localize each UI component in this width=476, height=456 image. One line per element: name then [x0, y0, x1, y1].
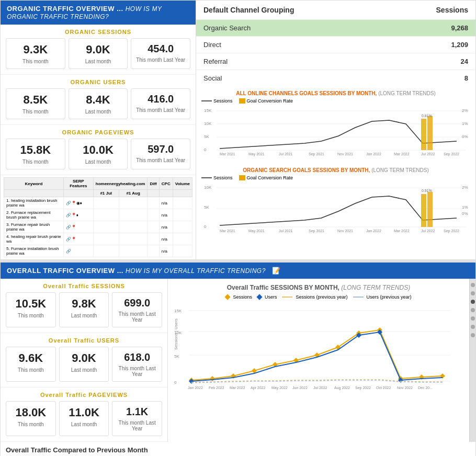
kw-header-jul: #1 Jul [93, 190, 119, 197]
scroll-dot-6 [471, 325, 475, 329]
svg-text:Jul 2022: Jul 2022 [421, 229, 435, 233]
overall-pageviews-title: Overall Traffic PAGEVIEWS [6, 392, 162, 398]
channel-social-value: 8 [464, 74, 468, 82]
chart2-svg: 10K 5K 0 Mar 2021 May 2021 Jul 2021 Sep … [201, 183, 470, 236]
channel-social-name: Social [203, 74, 222, 82]
kw-header-diff: Diff [148, 178, 159, 190]
organic-sessions-title: ORGANIC SESSIONS [6, 29, 190, 35]
scroll-dot-4 [471, 308, 475, 312]
gcr-bar2-icon [239, 175, 245, 180]
overall-pageviews-last-year: 1.1K This month Last Year [112, 401, 162, 436]
overall-pageviews-last-month: 11.0K Last month [59, 401, 109, 436]
overall-header: OVERALL TRAFFIC OVERVIEW ... HOW IS MY O… [1, 263, 475, 279]
chart1-svg: 15K 10K 5K 0 Mar 2021 May 202 [201, 106, 470, 159]
organic-users-section: ORGANIC USERS 8.5K This month 8.4K Last … [1, 75, 196, 125]
scroll-dot-1 [471, 283, 475, 287]
table-row: 4. heating repair brush prairie wa 🔗📍 n/… [4, 233, 192, 245]
svg-text:Aug 2022: Aug 2022 [334, 386, 350, 390]
overall-sessions-last-year: 699.0 This month Last Year [112, 292, 162, 327]
svg-text:Jul 2021: Jul 2021 [279, 229, 293, 233]
svg-rect-9 [427, 116, 433, 150]
channel-referral-value: 24 [461, 58, 468, 65]
scroll-dot-2 [471, 291, 475, 295]
svg-text:Jan 2022: Jan 2022 [188, 386, 203, 390]
organic-pageviews-last-month: 10.0K Last month [69, 139, 128, 169]
legend2-gcr: Goal Conversion Rate [239, 175, 293, 180]
svg-text:Sep 2022: Sep 2022 [355, 386, 371, 390]
overall-users-last-month: 9.0K Last month [59, 347, 109, 382]
svg-text:2%: 2% [462, 185, 468, 190]
chart2-legend: Sessions Goal Conversion Rate [201, 175, 470, 180]
svg-text:Jul 2022: Jul 2022 [313, 386, 327, 390]
keyword-table: Keyword SERP Features homeenergyheating.… [4, 177, 192, 257]
svg-text:May 2022: May 2022 [271, 386, 288, 390]
kw-header-aug: #1 Aug [119, 190, 148, 197]
svg-text:0%: 0% [462, 134, 468, 139]
channel-direct-name: Direct [203, 41, 221, 49]
svg-text:Jan 2022: Jan 2022 [366, 152, 381, 156]
svg-text:5K: 5K [174, 354, 179, 359]
overall-left: Overall Traffic SESSIONS 10.5K This mont… [1, 279, 168, 442]
channel-grouping-title: Default Channel Grouping [203, 6, 294, 14]
svg-text:Jun 2022: Jun 2022 [292, 386, 308, 390]
channel-organic-name: Organic Search [203, 24, 251, 32]
kw-header-site: homeenergyheating.com [93, 178, 148, 190]
legend-sessions-overall: Sessions [225, 294, 252, 300]
svg-text:1%: 1% [462, 205, 468, 210]
comparison-table-wrap: Overall Traffic Compared to Previous Mon… [1, 446, 475, 456]
overall-chart-legend: Sessions Users Sessions (previous year) … [173, 294, 464, 300]
overall-users-this-month: 9.6K This month [6, 347, 56, 382]
svg-text:Jan 2022: Jan 2022 [366, 229, 381, 233]
organic-sessions-section: ORGANIC SESSIONS 9.3K This month 9.0K La… [1, 25, 196, 75]
svg-text:Sep 2022: Sep 2022 [444, 229, 459, 233]
table-row: 5. Furnace installation brush prairie wa… [4, 245, 192, 257]
organic-users-title: ORGANIC USERS [6, 79, 190, 85]
svg-text:5K: 5K [204, 134, 209, 139]
organic-sessions-last-month: 9.0K Last month [69, 38, 128, 69]
svg-text:Oct 2022: Oct 2022 [376, 386, 391, 390]
svg-text:10K: 10K [204, 185, 212, 190]
svg-text:Sep 2021: Sep 2021 [309, 152, 324, 156]
svg-text:5K: 5K [204, 205, 209, 210]
table-row: 3. Furnace repair brush prairie wa 🔗📍 n/… [4, 221, 192, 233]
organic-pageviews-title: ORGANIC PAGEVIEWS [6, 129, 190, 135]
svg-rect-30 [427, 192, 433, 227]
svg-text:Apr 2022: Apr 2022 [251, 386, 266, 390]
svg-text:Sessions | Users: Sessions | Users [174, 318, 178, 350]
chart1-legend: Sessions Goal Conversion Rate [201, 98, 470, 104]
channel-direct-value: 1,209 [451, 41, 468, 49]
svg-rect-29 [421, 194, 426, 227]
svg-text:15K: 15K [174, 309, 182, 313]
svg-text:0: 0 [204, 224, 207, 229]
svg-text:0%: 0% [462, 211, 468, 216]
svg-text:Mar 2022: Mar 2022 [394, 152, 410, 156]
organic-users-last-month: 8.4K Last month [69, 88, 128, 119]
channel-row-organic: Organic Search 9,268 [196, 19, 475, 36]
svg-text:Mar 2022: Mar 2022 [394, 229, 410, 233]
overall-users-section: Overall Traffic USERS 9.6K This month 9.… [1, 333, 167, 387]
keyword-table-wrap: Keyword SERP Features homeenergyheating.… [1, 175, 196, 259]
svg-text:Jul 2022: Jul 2022 [421, 152, 435, 156]
users-diamond-icon [256, 294, 262, 300]
organic-header: ORGANIC TRAFFIC OVERVIEW ... HOW IS MY O… [1, 1, 196, 25]
svg-text:Mar 2021: Mar 2021 [220, 152, 235, 156]
svg-text:10K: 10K [204, 121, 212, 126]
organic-pageviews-section: ORGANIC PAGEVIEWS 15.8K This month 10.0K… [1, 125, 196, 175]
sessions-label: Sessions [436, 6, 468, 14]
sessions-prev-line-icon [282, 297, 292, 298]
svg-text:Mar 2021: Mar 2021 [220, 229, 235, 233]
channel-grouping-header: Default Channel Grouping Sessions [196, 1, 475, 19]
legend-gcr: Goal Conversion Rate [239, 98, 293, 104]
overall-chart-svg: 15K 10K 5K 0 [173, 303, 464, 399]
comparison-title: Overall Traffic Compared to Previous Mon… [6, 446, 470, 454]
organic-pageviews-this-month: 15.8K This month [6, 139, 65, 169]
overall-sessions-last-month: 9.8K Last month [59, 292, 109, 327]
svg-text:Sep 2022: Sep 2022 [444, 152, 459, 156]
legend2-sessions: Sessions [201, 175, 233, 180]
svg-text:15K: 15K [204, 108, 212, 113]
kw-header-vol: Volume [173, 178, 192, 190]
kw-header-cpc: CPC [159, 178, 173, 190]
overall-section: OVERALL TRAFFIC OVERVIEW ... HOW IS MY O… [0, 262, 476, 456]
organic-sessions-this-month: 9.3K This month [6, 38, 65, 69]
channel-referral-name: Referral [203, 58, 228, 65]
